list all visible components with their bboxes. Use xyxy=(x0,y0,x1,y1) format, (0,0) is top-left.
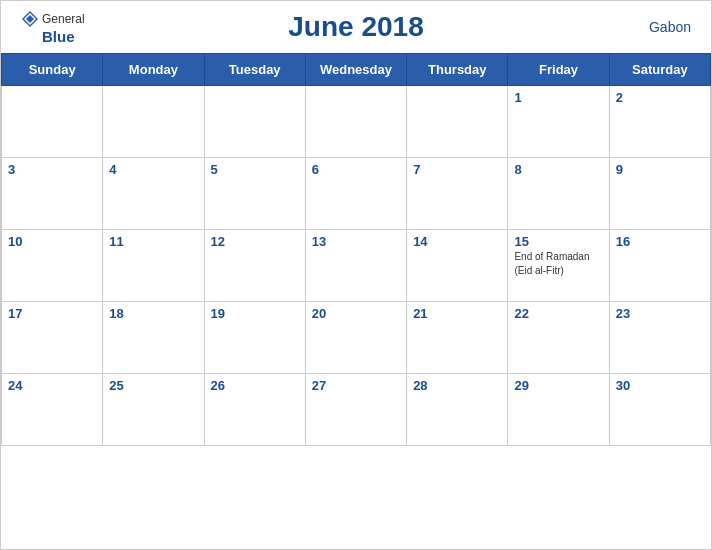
day-number: 26 xyxy=(211,378,299,393)
header-monday: Monday xyxy=(103,54,204,86)
day-number: 11 xyxy=(109,234,197,249)
day-number: 24 xyxy=(8,378,96,393)
day-cell xyxy=(305,86,406,158)
day-cell: 25 xyxy=(103,374,204,446)
header-tuesday: Tuesday xyxy=(204,54,305,86)
day-number: 25 xyxy=(109,378,197,393)
header-saturday: Saturday xyxy=(609,54,710,86)
day-cell: 13 xyxy=(305,230,406,302)
header-friday: Friday xyxy=(508,54,609,86)
day-cell: 4 xyxy=(103,158,204,230)
day-cell: 24 xyxy=(2,374,103,446)
day-cell: 30 xyxy=(609,374,710,446)
day-cell xyxy=(103,86,204,158)
day-cell: 6 xyxy=(305,158,406,230)
day-number: 16 xyxy=(616,234,704,249)
calendar-body: 123456789101112131415End of Ramadan (Eid… xyxy=(2,86,711,446)
day-cell: 10 xyxy=(2,230,103,302)
logo-icon xyxy=(21,10,39,28)
day-number: 19 xyxy=(211,306,299,321)
day-number: 5 xyxy=(211,162,299,177)
day-number: 1 xyxy=(514,90,602,105)
country-label: Gabon xyxy=(649,19,691,35)
day-cell: 27 xyxy=(305,374,406,446)
day-number: 27 xyxy=(312,378,400,393)
day-number: 29 xyxy=(514,378,602,393)
week-row-0: 12 xyxy=(2,86,711,158)
day-number: 2 xyxy=(616,90,704,105)
day-number: 9 xyxy=(616,162,704,177)
day-number: 6 xyxy=(312,162,400,177)
day-cell: 18 xyxy=(103,302,204,374)
day-number: 18 xyxy=(109,306,197,321)
event-text: End of Ramadan (Eid al-Fitr) xyxy=(514,251,589,276)
day-cell: 2 xyxy=(609,86,710,158)
day-cell: 12 xyxy=(204,230,305,302)
day-number: 20 xyxy=(312,306,400,321)
day-number: 8 xyxy=(514,162,602,177)
day-number: 10 xyxy=(8,234,96,249)
day-number: 13 xyxy=(312,234,400,249)
logo-general-text: General xyxy=(42,12,85,26)
day-number: 21 xyxy=(413,306,501,321)
day-cell: 15End of Ramadan (Eid al-Fitr) xyxy=(508,230,609,302)
header-wednesday: Wednesday xyxy=(305,54,406,86)
header-thursday: Thursday xyxy=(407,54,508,86)
day-number: 4 xyxy=(109,162,197,177)
day-cell: 20 xyxy=(305,302,406,374)
weekday-header-row: Sunday Monday Tuesday Wednesday Thursday… xyxy=(2,54,711,86)
day-cell: 14 xyxy=(407,230,508,302)
calendar-wrapper: General Blue June 2018 Gabon Sunday Mond… xyxy=(0,0,712,550)
day-number: 7 xyxy=(413,162,501,177)
calendar-title: June 2018 xyxy=(288,11,423,43)
day-cell: 23 xyxy=(609,302,710,374)
day-cell: 9 xyxy=(609,158,710,230)
week-row-3: 17181920212223 xyxy=(2,302,711,374)
day-cell: 1 xyxy=(508,86,609,158)
day-cell: 22 xyxy=(508,302,609,374)
day-number: 15 xyxy=(514,234,602,249)
day-cell: 28 xyxy=(407,374,508,446)
day-cell xyxy=(204,86,305,158)
day-number: 14 xyxy=(413,234,501,249)
week-row-1: 3456789 xyxy=(2,158,711,230)
day-cell: 7 xyxy=(407,158,508,230)
day-number: 23 xyxy=(616,306,704,321)
day-cell: 16 xyxy=(609,230,710,302)
day-cell: 3 xyxy=(2,158,103,230)
header-sunday: Sunday xyxy=(2,54,103,86)
day-cell: 5 xyxy=(204,158,305,230)
day-cell: 11 xyxy=(103,230,204,302)
day-cell xyxy=(2,86,103,158)
day-cell: 8 xyxy=(508,158,609,230)
day-cell: 21 xyxy=(407,302,508,374)
logo-area: General Blue xyxy=(21,10,85,45)
day-number: 12 xyxy=(211,234,299,249)
day-number: 22 xyxy=(514,306,602,321)
logo-blue-text: Blue xyxy=(42,28,75,45)
week-row-2: 101112131415End of Ramadan (Eid al-Fitr)… xyxy=(2,230,711,302)
day-number: 17 xyxy=(8,306,96,321)
day-number: 30 xyxy=(616,378,704,393)
day-cell: 29 xyxy=(508,374,609,446)
week-row-4: 24252627282930 xyxy=(2,374,711,446)
calendar-header: General Blue June 2018 Gabon xyxy=(1,1,711,53)
logo-general: General xyxy=(21,10,85,28)
day-number: 3 xyxy=(8,162,96,177)
day-cell: 19 xyxy=(204,302,305,374)
day-number: 28 xyxy=(413,378,501,393)
day-cell xyxy=(407,86,508,158)
day-cell: 26 xyxy=(204,374,305,446)
day-cell: 17 xyxy=(2,302,103,374)
calendar-grid: Sunday Monday Tuesday Wednesday Thursday… xyxy=(1,53,711,446)
